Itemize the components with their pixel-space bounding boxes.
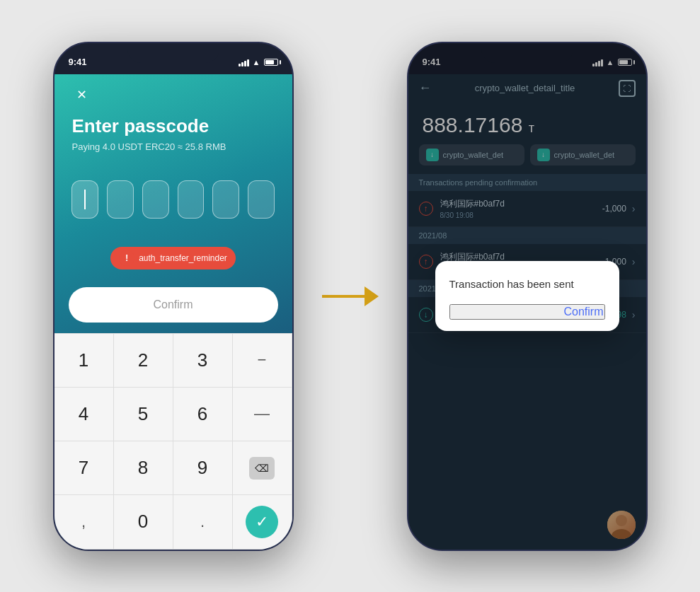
pin-box-1	[71, 180, 98, 219]
passcode-title: Enter passcode	[72, 115, 275, 137]
close-button[interactable]: ✕	[72, 85, 92, 105]
key-9[interactable]: 9	[173, 441, 233, 495]
confirm-button[interactable]: Confirm	[69, 287, 278, 323]
key-delete[interactable]: ⌫	[233, 441, 292, 495]
pin-box-5	[212, 180, 239, 219]
key-5[interactable]: 5	[114, 388, 173, 441]
confirm-button-area: Confirm	[54, 277, 292, 333]
pin-box-2	[107, 180, 134, 219]
status-icons-left: ▲	[239, 58, 278, 66]
phone-left: 9:41 ▲ ✕ Enter passcode Paying 4	[53, 42, 294, 551]
passcode-header: ✕ Enter passcode Paying 4.0 USDT ERC20 ≈…	[54, 74, 292, 159]
battery-icon-left	[264, 59, 278, 66]
checkmark-icon: ✓	[246, 506, 278, 538]
error-text-pill: ! auth_transfer_reminder	[110, 247, 236, 269]
arrow-line	[322, 295, 365, 298]
scene: 9:41 ▲ ✕ Enter passcode Paying 4	[0, 0, 700, 592]
key-0[interactable]: 0	[114, 495, 173, 549]
key-period[interactable]: .	[173, 495, 233, 549]
phone-right: 9:41 ▲ ← crypto_wallet_detail_title	[407, 42, 648, 551]
error-dot-icon: !	[119, 250, 134, 266]
error-badge: ! auth_transfer_reminder	[110, 247, 236, 269]
arrow-container	[322, 286, 379, 306]
dialog-confirm-button[interactable]: Confirm	[449, 304, 605, 320]
passcode-subtitle: Paying 4.0 USDT ERC20 ≈ 25.8 RMB	[72, 141, 275, 152]
phone-body-right: ← crypto_wallet_detail_title ⛶ 888.17168…	[408, 74, 646, 550]
transaction-dialog: Transaction has been sent Confirm	[435, 261, 619, 331]
error-text: auth_transfer_reminder	[139, 253, 227, 263]
key-8[interactable]: 8	[114, 441, 173, 495]
flow-arrow	[322, 286, 379, 306]
phone-body-left: ✕ Enter passcode Paying 4.0 USDT ERC20 ≈…	[54, 74, 292, 550]
dialog-message: Transaction has been sent	[449, 278, 605, 290]
key-dash[interactable]: —	[233, 388, 292, 441]
key-2[interactable]: 2	[114, 334, 173, 388]
key-3[interactable]: 3	[173, 334, 233, 388]
arrow-head	[365, 286, 379, 306]
dialog-overlay: Transaction has been sent Confirm	[408, 74, 646, 550]
key-comma[interactable]: ,	[54, 495, 114, 549]
key-6[interactable]: 6	[173, 388, 233, 441]
key-confirm[interactable]: ✓	[233, 495, 292, 549]
delete-icon: ⌫	[249, 457, 275, 480]
notch-left	[127, 43, 219, 63]
key-7[interactable]: 7	[54, 441, 114, 495]
wifi-icon-left: ▲	[253, 58, 260, 66]
key-4[interactable]: 4	[54, 388, 114, 441]
key-1[interactable]: 1	[54, 334, 114, 388]
pin-box-6	[248, 180, 275, 219]
pin-box-4	[178, 180, 205, 219]
time-left: 9:41	[69, 57, 87, 67]
key-minus[interactable]: −	[233, 334, 292, 388]
signal-icon-left	[239, 58, 249, 66]
numpad: 1 2 3 − 4 5 6 — 7 8 9 ⌫ , 0 . ✓	[54, 333, 292, 550]
pin-box-3	[142, 180, 169, 219]
pin-row	[54, 159, 292, 240]
pin-cursor	[84, 190, 86, 209]
